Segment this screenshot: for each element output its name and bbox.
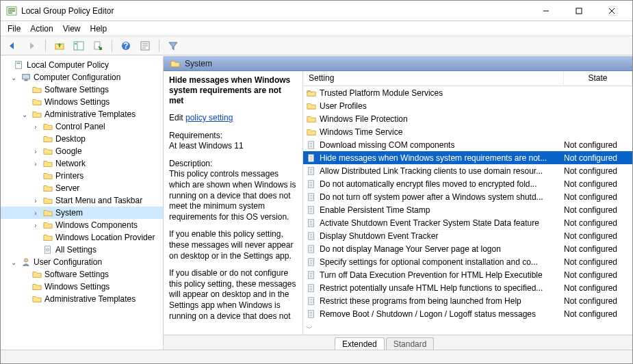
tree-item[interactable]: ›Start Menu and Taskbar	[1, 194, 163, 207]
minimize-button[interactable]	[531, 1, 561, 21]
expand-icon[interactable]: ›	[31, 197, 40, 205]
tab-extended[interactable]: Extended	[335, 337, 385, 350]
tree-label: Administrative Templates	[44, 109, 135, 119]
expand-icon[interactable]: ›	[31, 123, 40, 131]
setting-row[interactable]: Trusted Platform Module Services	[303, 86, 632, 99]
scroll-down-icon[interactable]: ﹀	[305, 324, 314, 333]
folder-icon	[42, 134, 53, 144]
setting-row[interactable]: Turn off Data Execution Prevention for H…	[303, 268, 632, 281]
setting-row[interactable]: Do not turn off system power after a Win…	[303, 190, 632, 203]
tree-item[interactable]: Software Settings	[1, 268, 163, 281]
setting-row[interactable]: Download missing COM componentsNot confi…	[303, 138, 632, 151]
menu-view[interactable]: View	[63, 24, 81, 34]
setting-row[interactable]: Display Shutdown Event TrackerNot config…	[303, 229, 632, 242]
setting-row[interactable]: Windows File Protection	[303, 112, 632, 125]
tab-standard[interactable]: Standard	[386, 337, 435, 350]
setting-row[interactable]: Restrict these programs from being launc…	[303, 294, 632, 307]
scroll-up-icon[interactable]: ︿	[305, 86, 314, 96]
tree-item[interactable]: ›Network	[1, 157, 163, 170]
menu-file[interactable]: File	[8, 24, 21, 34]
tree-label: Administrative Templates	[44, 294, 135, 304]
navigation-tree[interactable]: Local Computer Policy ⌄ Computer Configu…	[1, 56, 164, 350]
tree-admin-templates[interactable]: ⌄ Administrative Templates	[1, 108, 163, 120]
settings-list[interactable]: Trusted Platform Module ServicesUser Pro…	[303, 86, 632, 335]
tree-label: Control Panel	[55, 122, 105, 131]
collapse-icon[interactable]: ⌄	[9, 74, 18, 81]
menu-bar: File Action View Help	[1, 21, 632, 36]
up-folder-button[interactable]	[52, 38, 67, 53]
setting-row[interactable]: Do not display Manage Your Server page a…	[303, 242, 632, 255]
collapse-icon[interactable]: ⌄	[9, 259, 18, 266]
tree-item[interactable]: ›Windows Components	[1, 219, 163, 231]
setting-name: Specify settings for optional component …	[320, 257, 564, 267]
tree-item[interactable]: Windows Location Provider	[1, 231, 163, 244]
folder-icon	[42, 159, 53, 168]
edit-policy-link[interactable]: policy setting	[185, 113, 233, 122]
close-button[interactable]	[597, 1, 627, 21]
maximize-button[interactable]	[564, 1, 594, 21]
expand-icon[interactable]: ›	[31, 148, 40, 155]
back-button[interactable]	[5, 38, 20, 53]
tree-computer-config[interactable]: ⌄ Computer Configuration	[1, 71, 163, 83]
column-setting[interactable]: Setting	[303, 71, 564, 86]
tree-label: Software Settings	[44, 270, 109, 279]
setting-row[interactable]: Activate Shutdown Event Tracker System S…	[303, 216, 632, 229]
show-hide-tree-button[interactable]	[71, 38, 86, 53]
setting-row[interactable]: Do not automatically encrypt files moved…	[303, 177, 632, 190]
expand-icon[interactable]: ›	[31, 209, 40, 217]
tree-item[interactable]: ›Control Panel	[1, 120, 163, 133]
setting-row[interactable]: Allow Distributed Link Tracking clients …	[303, 164, 632, 177]
setting-row[interactable]: User Profiles	[303, 99, 632, 112]
menu-help[interactable]: Help	[90, 24, 107, 34]
tree-root[interactable]: Local Computer Policy	[1, 59, 163, 71]
setting-row[interactable]: Hide messages when Windows system requir…	[303, 151, 632, 164]
tree-user-config[interactable]: ⌄ User Configuration	[1, 256, 163, 268]
folder-icon	[31, 294, 42, 304]
tree-item[interactable]: Administrative Templates	[1, 293, 163, 305]
tree-item[interactable]: Windows Settings	[1, 281, 163, 293]
tree-item[interactable]: Printers	[1, 170, 163, 182]
help-button[interactable]: ?	[118, 38, 133, 53]
folder-icon	[170, 59, 181, 68]
forward-button[interactable]	[24, 38, 39, 53]
svg-rect-19	[16, 62, 22, 69]
column-state[interactable]: State	[564, 71, 632, 86]
export-list-button[interactable]	[90, 38, 105, 53]
folder-icon	[42, 171, 53, 181]
svg-rect-5	[576, 8, 582, 14]
setting-state: Not configured	[564, 166, 632, 176]
tree-label: Server	[55, 183, 79, 193]
tree-label: Google	[55, 146, 82, 156]
setting-name: User Profiles	[320, 101, 564, 111]
setting-row[interactable]: Specify settings for optional component …	[303, 255, 632, 268]
setting-name: Hide messages when Windows system requir…	[320, 153, 564, 163]
policy-item-icon	[306, 192, 317, 202]
setting-name: Display Shutdown Event Tracker	[320, 231, 564, 241]
computer-icon	[21, 73, 31, 82]
column-headers[interactable]: Setting State	[303, 71, 632, 86]
setting-row[interactable]: Restrict potentially unsafe HTML Help fu…	[303, 281, 632, 294]
folder-icon	[42, 183, 53, 193]
setting-state: Not configured	[564, 244, 632, 254]
properties-button[interactable]	[138, 38, 153, 53]
tree-item[interactable]: ›Google	[1, 145, 163, 157]
expand-icon[interactable]: ›	[31, 222, 40, 229]
tree-label: User Configuration	[34, 257, 102, 267]
tree-item[interactable]: Desktop	[1, 133, 163, 145]
setting-row[interactable]: Enable Persistent Time StampNot configur…	[303, 203, 632, 216]
menu-action[interactable]: Action	[30, 24, 53, 34]
tree-item[interactable]: ›System	[1, 207, 163, 219]
expand-icon[interactable]: ›	[31, 160, 40, 168]
tree-item[interactable]: Software Settings	[1, 83, 163, 96]
description-text: This policy controls messages which are …	[169, 169, 296, 221]
collapse-icon[interactable]: ⌄	[20, 111, 29, 118]
filter-button[interactable]	[166, 38, 181, 53]
tree-item[interactable]: Windows Settings	[1, 96, 163, 108]
setting-row[interactable]: Windows Time Service	[303, 125, 632, 138]
right-pane: System Hide messages when Windows system…	[164, 56, 632, 350]
svg-point-26	[24, 259, 27, 262]
tree-item[interactable]: All Settings	[1, 244, 163, 256]
tree-item[interactable]: Server	[1, 182, 163, 194]
policy-item-icon	[306, 283, 317, 293]
setting-row[interactable]: Remove Boot / Shutdown / Logon / Logoff …	[303, 307, 632, 320]
